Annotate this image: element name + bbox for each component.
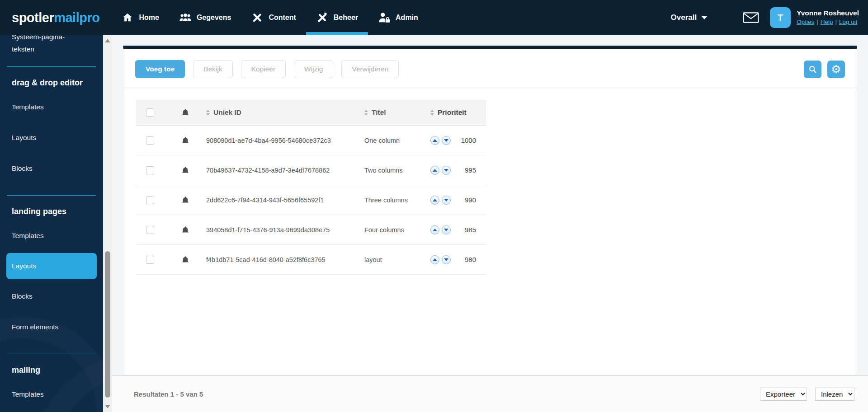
select-all-checkbox[interactable] (146, 108, 154, 117)
priority-down-button[interactable] (442, 166, 451, 175)
uniek-id-cell: 394058d1-f715-4376-913a-9699da308e75 (206, 226, 364, 234)
sidebar-item-lp-templates[interactable]: Templates (0, 220, 103, 251)
column-label: Titel (372, 108, 386, 117)
brand-logo[interactable]: spotlermailpro (0, 10, 99, 25)
uniek-id-cell: 908090d1-ae7d-4ba4-9956-54680ce372c3 (206, 137, 364, 144)
edit-button[interactable]: Wijzig (294, 60, 333, 78)
nav-item-home[interactable]: Home (111, 0, 169, 35)
sidebar-scrollbar[interactable] (103, 35, 112, 412)
arrow-up-icon (433, 139, 437, 142)
row-checkbox[interactable] (146, 196, 154, 204)
table-row[interactable]: 908090d1-ae7d-4ba4-9956-54680ce372c3 One… (136, 126, 486, 155)
row-checkbox[interactable] (146, 256, 154, 264)
column-header-prioriteit[interactable]: Prioriteit (430, 108, 486, 117)
chevron-down-icon (701, 16, 708, 19)
priority-up-button[interactable] (430, 196, 439, 205)
nav-item-content[interactable]: Content (241, 0, 306, 35)
logout-link[interactable]: Log uit (839, 19, 858, 25)
view-button[interactable]: Bekijk (193, 60, 232, 78)
prioriteit-value: 980 (456, 256, 476, 263)
link-separator: | (816, 19, 818, 25)
content-panel: Voeg toe Bekijk Kopieer Wijzig Verwijder… (123, 46, 857, 375)
toolbar-right: ⚙ (804, 61, 845, 78)
inlezen-select[interactable]: Inlezen (815, 388, 854, 401)
row-checkbox[interactable] (146, 226, 154, 234)
tools-icon (316, 12, 329, 23)
copy-button[interactable]: Kopieer (241, 60, 286, 78)
sidebar-item-lp-layouts-active[interactable]: Layouts (6, 253, 97, 279)
logo-secondary: mailpro (54, 10, 99, 25)
row-checkbox[interactable] (146, 166, 154, 174)
titel-cell: Two columns (364, 167, 430, 174)
sidebar-item-dd-blocks[interactable]: Blocks (0, 153, 103, 184)
sort-icon (206, 110, 210, 116)
priority-up-button[interactable] (430, 225, 439, 234)
messages-button[interactable] (743, 12, 759, 23)
priority-down-button[interactable] (442, 196, 451, 205)
layouts-table: Uniek ID Titel Prioriteit 908090d1-ae7d-… (136, 100, 486, 275)
help-link[interactable]: Help (821, 19, 833, 25)
search-icon (808, 65, 817, 74)
titel-cell: layout (364, 256, 430, 263)
nav-item-gegevens[interactable]: Gegevens (169, 0, 241, 35)
scroll-down-arrow[interactable] (103, 402, 112, 411)
prioriteit-value: 990 (456, 196, 476, 204)
column-header-uniek-id[interactable]: Uniek ID (206, 108, 364, 117)
pencil-cross-icon (251, 12, 264, 23)
bell-icon (182, 226, 189, 234)
uniek-id-cell: 70b49637-4732-4158-a9d7-3e4df7678862 (206, 167, 364, 174)
exporteer-select[interactable]: Exporteer (760, 388, 807, 401)
nav-item-beheer[interactable]: Beheer (306, 0, 368, 35)
nav-item-admin[interactable]: Admin (368, 0, 428, 35)
triangle-up-icon (105, 39, 110, 42)
table-row[interactable]: 394058d1-f715-4376-913a-9699da308e75 Fou… (136, 215, 486, 245)
table-row[interactable]: 70b49637-4732-4158-a9d7-3e4df7678862 Two… (136, 155, 486, 185)
priority-controls (430, 255, 451, 264)
bell-icon (182, 256, 189, 264)
delete-button[interactable]: Verwijderen (341, 60, 399, 78)
scrollbar-thumb[interactable] (105, 251, 110, 398)
search-button[interactable] (804, 61, 821, 78)
nav-label: Admin (396, 14, 418, 22)
prioriteit-value: 995 (456, 166, 476, 174)
row-checkbox[interactable] (146, 136, 154, 145)
overall-scope-dropdown[interactable]: Overall (671, 13, 708, 22)
sidebar-section-mailing: mailing (0, 354, 103, 379)
table-row[interactable]: f4b1db71-5cad-416d-8040-a52f8f6c3765 lay… (136, 245, 486, 275)
users-icon (179, 12, 192, 23)
avatar[interactable]: T (770, 7, 791, 28)
add-button[interactable]: Voeg toe (135, 60, 185, 78)
arrow-down-icon (444, 139, 448, 142)
sidebar-item-lp-form-elements[interactable]: Form elements (0, 312, 103, 342)
sidebar-item-dd-layouts[interactable]: Layouts (0, 122, 103, 153)
settings-button[interactable]: ⚙ (827, 61, 845, 78)
column-header-titel[interactable]: Titel (364, 108, 430, 117)
arrow-down-icon (444, 169, 448, 172)
priority-down-button[interactable] (442, 225, 451, 234)
opties-link[interactable]: Opties (797, 19, 814, 25)
priority-controls (430, 136, 451, 145)
sort-icon (364, 110, 368, 116)
priority-up-button[interactable] (430, 255, 439, 264)
sidebar-item-lp-blocks[interactable]: Blocks (0, 281, 103, 312)
sidebar-item-dd-templates[interactable]: Templates (0, 92, 103, 122)
priority-up-button[interactable] (430, 166, 439, 175)
titel-cell: Three columns (364, 197, 430, 204)
priority-up-button[interactable] (430, 136, 439, 145)
scroll-up-arrow[interactable] (103, 36, 112, 45)
table-row[interactable]: 2dd622c6-7f94-4314-943f-5656f65592f1 Thr… (136, 185, 486, 215)
priority-down-button[interactable] (442, 255, 451, 264)
priority-down-button[interactable] (442, 136, 451, 145)
arrow-up-icon (433, 258, 437, 261)
arrow-down-icon (444, 229, 448, 231)
nav-label: Content (269, 14, 296, 22)
priority-controls (430, 196, 451, 205)
sidebar: Systeem-pagina-teksten drag & drop edito… (0, 35, 103, 412)
footer-actions: Exporteer Inlezen (760, 388, 854, 401)
arrow-down-icon (444, 199, 448, 201)
sidebar-item-systeem-pagina-teksten[interactable]: Systeem-pagina-teksten (0, 35, 90, 55)
sidebar-item-mailing-templates[interactable]: Templates (0, 379, 103, 410)
results-count: Resultaten 1 - 5 van 5 (134, 390, 203, 398)
arrow-down-icon (444, 258, 448, 261)
nav-right-cluster: Overall T Yvonne Rosheuvel Opties|Help|L… (671, 7, 868, 28)
